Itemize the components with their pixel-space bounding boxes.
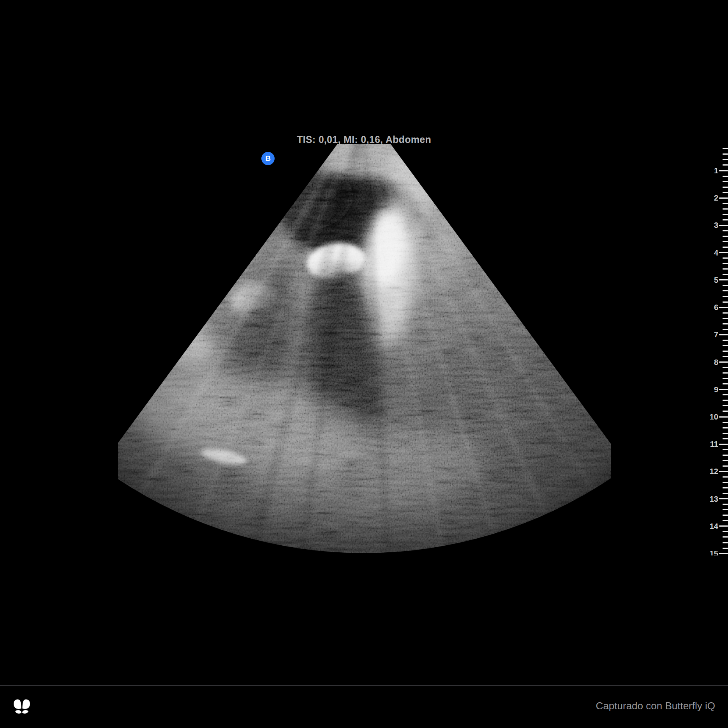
ruler-tick: [723, 181, 728, 182]
ruler-tick: [723, 268, 728, 270]
ruler-tick: [723, 153, 728, 155]
footer-divider: [0, 685, 728, 686]
ruler-tick: [723, 449, 728, 450]
ruler-tick: [723, 438, 728, 439]
ruler-tick: [723, 536, 728, 538]
ruler-tick: [723, 351, 728, 352]
ruler-tick: [723, 257, 728, 259]
ruler-tick: [719, 525, 728, 527]
ruler-tick: [719, 361, 728, 363]
ruler-tick: [719, 225, 728, 226]
ruler-tick: [723, 367, 728, 368]
ruler-label: 5: [714, 276, 718, 284]
ruler-tick: [723, 531, 728, 532]
ruler-tick: [723, 301, 728, 303]
ruler-tick: [719, 279, 728, 280]
ruler-tick: [723, 274, 728, 275]
ruler-tick: [723, 285, 728, 286]
ruler-tick: [719, 416, 728, 418]
ruler-tick: [723, 427, 728, 428]
ruler-tick: [723, 263, 728, 264]
ruler-tick: [723, 504, 728, 505]
ruler-tick: [723, 203, 728, 204]
ruler-tick: [723, 247, 728, 248]
ruler-label: 3: [714, 221, 718, 229]
ruler-tick: [719, 471, 728, 472]
ruler-label: 14: [710, 522, 718, 530]
ruler-tick: [723, 329, 728, 330]
ruler-tick: [719, 307, 728, 308]
ruler-tick: [723, 422, 728, 423]
ruler-tick: [719, 334, 728, 335]
ruler-tick: [723, 296, 728, 297]
ruler-tick: [723, 433, 728, 434]
b-mode-badge-label: B: [265, 154, 271, 163]
ruler-tick: [719, 252, 728, 253]
fan-texture: [0, 0, 728, 728]
ruler-tick: [723, 214, 728, 215]
butterfly-wings: [14, 699, 30, 713]
butterfly-icon: [13, 698, 31, 714]
ruler-tick: [723, 455, 728, 456]
ruler-label: 10: [710, 413, 718, 421]
ruler-tick: [723, 520, 728, 521]
ruler-tick: [723, 400, 728, 401]
capture-caption: Capturado con Butterfly iQ: [596, 700, 715, 712]
ruler-tick: [723, 148, 728, 149]
ruler-tick: [723, 323, 728, 324]
ruler-label: 2: [714, 194, 718, 202]
ruler-tick: [723, 542, 728, 543]
ruler-tick: [723, 208, 728, 210]
ruler-tick: [719, 498, 728, 499]
ruler-tick: [723, 312, 728, 314]
ruler-label: 12: [710, 467, 718, 475]
ruler-tick: [723, 487, 728, 488]
ruler-label: 9: [714, 386, 718, 393]
ruler-label: 11: [710, 440, 718, 448]
ruler-tick: [723, 340, 728, 341]
ruler-tick: [723, 405, 728, 406]
ruler-tick: [723, 241, 728, 242]
ruler-tick: [723, 378, 728, 379]
ruler-tick: [723, 465, 728, 467]
b-mode-badge[interactable]: B: [261, 152, 275, 165]
ruler-tick: [723, 176, 728, 177]
ruler-tick: [723, 356, 728, 357]
ruler-tick: [723, 345, 728, 346]
ruler-label: 6: [714, 303, 718, 311]
ruler-label: 4: [714, 249, 718, 257]
ruler-label: 8: [714, 358, 718, 366]
ruler-tick: [719, 170, 728, 171]
ruler-label: 15: [710, 550, 718, 555]
ruler-tick: [723, 493, 728, 494]
ruler-tick: [723, 460, 728, 461]
ruler-tick: [723, 187, 728, 188]
ruler-tick: [719, 197, 728, 199]
ruler-tick: [723, 164, 728, 166]
ruler-tick: [723, 318, 728, 319]
ruler-tick: [723, 219, 728, 220]
ruler-tick: [723, 236, 728, 237]
ruler-tick: [723, 230, 728, 231]
ultrasound-image: [0, 0, 728, 728]
ruler-label: 7: [714, 331, 718, 338]
ruler-tick: [723, 192, 728, 193]
depth-ruler: 123456789101112131415: [693, 0, 728, 555]
ultrasound-capture-screen: TIS: 0,01, MI: 0,16, Abdomen B 123456789…: [0, 0, 728, 728]
ruler-tick: [719, 389, 728, 390]
ruler-tick: [723, 515, 728, 516]
ruler-tick: [723, 383, 728, 384]
ruler-tick: [723, 476, 728, 478]
ruler-tick: [723, 411, 728, 412]
ruler-tick: [719, 444, 728, 445]
ruler-tick: [723, 482, 728, 483]
ruler-tick: [723, 290, 728, 291]
ruler-tick: [723, 394, 728, 395]
ruler-label: 13: [710, 495, 718, 503]
ruler-tick: [723, 509, 728, 510]
ruler-tick: [719, 553, 728, 554]
ruler-tick: [723, 159, 728, 160]
ruler-tick: [723, 548, 728, 549]
acoustic-output-readout: TIS: 0,01, MI: 0,16, Abdomen: [0, 134, 728, 145]
ruler-tick: [723, 372, 728, 374]
